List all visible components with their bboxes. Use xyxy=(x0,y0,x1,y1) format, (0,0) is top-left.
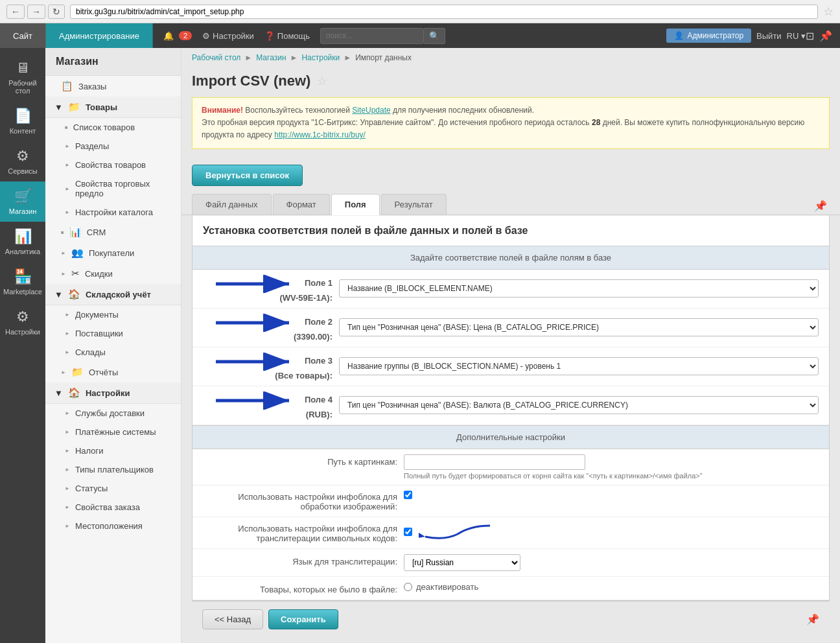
sidebar-title: Магазин xyxy=(45,48,181,76)
sidebar-item-analytics[interactable]: 📊 Аналитика xyxy=(0,222,45,262)
deactivate-radio[interactable] xyxy=(404,583,412,591)
mapping-header: Задайте соответствие полей в файле полям… xyxy=(192,246,829,270)
sidebar-item-taxes[interactable]: ► Налоги xyxy=(45,441,181,460)
sidebar-item-goods-list[interactable]: ■ Список товаров xyxy=(45,118,181,137)
exit-button[interactable]: Выйти xyxy=(751,31,787,41)
search-wrap: 🔍 xyxy=(320,28,445,44)
sidebar-item-statuses[interactable]: ► Статусы xyxy=(45,479,181,498)
sidebar-item-sections[interactable]: ► Разделы xyxy=(45,137,181,156)
notifications-button[interactable]: 🔔 2 xyxy=(163,31,192,41)
breadcrumb-settings[interactable]: Настройки xyxy=(301,53,340,62)
browser-nav[interactable]: ← → ↻ xyxy=(6,5,65,19)
sidebar-item-marketplace[interactable]: 🏪 Marketplace xyxy=(0,262,45,302)
field2-select[interactable]: Тип цен "Розничная цена" (BASE): Цена (B… xyxy=(339,318,819,336)
sidebar-item-docs[interactable]: ► Документы xyxy=(45,305,181,324)
bullet-icon: ► xyxy=(61,271,66,277)
save-button[interactable]: Сохранить xyxy=(268,609,338,629)
back-button-bottom[interactable]: << Назад xyxy=(202,609,263,629)
bullet-icon: ► xyxy=(61,250,66,256)
sidebar-item-settings[interactable]: ⚙ Настройки xyxy=(0,302,45,342)
site-update-link[interactable]: SiteUpdate xyxy=(352,106,390,115)
sidebar-section-settings[interactable]: ▼ 🏠 Настройки xyxy=(45,382,181,404)
analytics-icon: 📊 xyxy=(14,228,32,245)
sidebar-item-delivery[interactable]: ► Службы доставки xyxy=(45,404,181,423)
sidebar-item-payment[interactable]: ► Платёжные системы xyxy=(45,423,181,441)
back-button[interactable]: ← xyxy=(6,5,25,19)
use-iblock-trans-row: Использовать настройки инфоблока для тра… xyxy=(192,517,829,549)
breadcrumb-desktop[interactable]: Рабочий стол xyxy=(192,53,240,62)
sidebar-item-warehouses[interactable]: ► Склады xyxy=(45,343,181,362)
buy-link[interactable]: http://www.1c-bitrix.ru/buy/ xyxy=(274,130,366,139)
forward-button[interactable]: → xyxy=(27,5,45,19)
sidebar-item-services[interactable]: ⚙ Сервисы xyxy=(0,141,45,181)
sidebar-item-shop[interactable]: 🛒 Магазин xyxy=(0,181,45,222)
sidebar-item-orders[interactable]: 📋 Заказы xyxy=(45,76,181,97)
page-title-bar: Import CSV (new) ☆ xyxy=(181,67,840,97)
sidebar-item-catalog-settings[interactable]: ► Настройки каталога xyxy=(45,203,181,222)
breadcrumb-shop[interactable]: Магазин xyxy=(256,53,286,62)
cms-topbar: Сайт Администрирование 🔔 2 ⚙ Настройки ❓… xyxy=(0,23,840,48)
favorite-star-button[interactable]: ☆ xyxy=(317,74,327,88)
topbar-middle: 🔔 2 ⚙ Настройки ❓ Помощь 🔍 xyxy=(153,28,666,44)
warning-text2: для получения последних обновлений. xyxy=(393,106,534,115)
pin-icon: 📌 xyxy=(819,30,832,42)
sidebar-item-payer-types[interactable]: ► Типы плательщиков xyxy=(45,460,181,479)
admin-user-button[interactable]: 👤 Администратор xyxy=(666,29,752,43)
img-path-value: Полный путь будет формироваться от корня… xyxy=(404,454,819,480)
tab-pin-icon[interactable]: 📌 xyxy=(811,197,830,215)
sidebar-item-customers[interactable]: ► 👥 Покупатели xyxy=(45,242,181,263)
bottom-buttons-left: << Назад Сохранить xyxy=(202,609,338,629)
use-iblock-img-checkbox[interactable] xyxy=(404,491,412,499)
sidebar-item-content[interactable]: 📄 Контент xyxy=(0,101,45,141)
help-link[interactable]: ❓ Помощь xyxy=(264,31,310,41)
tab-result[interactable]: Результат xyxy=(381,194,447,215)
use-iblock-img-label: Использовать настройки инфоблока для обр… xyxy=(203,491,397,511)
warning-text3: Это пробная версия продукта "1С-Битрикс:… xyxy=(202,118,592,127)
sidebar-section-goods[interactable]: ▼ 📁 Товары xyxy=(45,97,181,118)
sidebar-item-desktop[interactable]: 🖥 Рабочий стол xyxy=(0,53,45,101)
language-selector[interactable]: RU ▾ xyxy=(787,31,806,41)
back-to-list-button[interactable]: Вернуться в список xyxy=(192,165,303,186)
search-input[interactable] xyxy=(320,28,424,44)
sidebar-item-trade-props[interactable]: ► Свойства торговых предло xyxy=(45,174,181,203)
sidebar-item-discounts[interactable]: ► ✂ Скидки xyxy=(45,263,181,284)
img-path-hint: Полный путь будет формироваться от корня… xyxy=(404,472,819,480)
site-tab[interactable]: Сайт xyxy=(0,23,46,48)
use-iblock-trans-checkbox[interactable] xyxy=(404,528,412,536)
bullet-icon: ► xyxy=(65,429,70,435)
warning-title: Внимание! xyxy=(202,106,243,115)
tab-format[interactable]: Формат xyxy=(273,194,330,215)
field3-select[interactable]: Название группы (B_IBLOCK_SECTION.NAME) … xyxy=(339,357,819,375)
bottom-buttons-bar: << Назад Сохранить 📌 xyxy=(192,601,830,637)
field2-label: Поле 2 (3390.00): xyxy=(203,314,332,342)
sidebar-item-reports[interactable]: ► 📁 Отчёты xyxy=(45,362,181,382)
warehouse-icon: 🏠 xyxy=(68,288,80,300)
bookmark-star-button[interactable]: ☆ xyxy=(823,5,834,19)
refresh-button[interactable]: ↻ xyxy=(48,5,65,19)
trans-lang-select[interactable]: [ru] Russian [en] English [de] German xyxy=(404,554,520,571)
sidebar-item-locations[interactable]: ► Местоположения xyxy=(45,517,181,535)
sidebar-item-suppliers[interactable]: ► Поставщики xyxy=(45,324,181,343)
tab-fields[interactable]: Поля xyxy=(331,194,380,215)
admin-tab[interactable]: Администрирование xyxy=(46,23,153,48)
sidebar-item-order-props[interactable]: ► Свойства заказа xyxy=(45,498,181,517)
bullet-icon: ► xyxy=(65,410,70,416)
sidebar-item-goods-props[interactable]: ► Свойства товаров xyxy=(45,156,181,174)
use-iblock-trans-label: Использовать настройки инфоблока для тра… xyxy=(203,522,397,543)
address-bar[interactable] xyxy=(70,5,818,19)
bottom-pin-icon[interactable]: 📌 xyxy=(806,613,819,625)
bell-icon: 🔔 xyxy=(163,31,174,41)
sidebar-section-warehouse[interactable]: ▼ 🏠 Складской учёт xyxy=(45,284,181,305)
settings-link[interactable]: ⚙ Настройки xyxy=(202,31,254,41)
breadcrumb-sep3: ► xyxy=(344,53,351,62)
desktop-icon: 🖥 xyxy=(16,60,30,76)
field4-select[interactable]: Тип цен "Розничная цена" (BASE): Валюта … xyxy=(339,396,819,414)
mapping-section: Задайте соответствие полей в файле полям… xyxy=(192,246,830,601)
bullet-icon: ► xyxy=(65,143,70,149)
tab-file[interactable]: Файл данных xyxy=(192,194,272,215)
trans-lang-row: Язык для транслитерации: [ru] Russian [e… xyxy=(192,549,829,577)
sidebar-item-crm[interactable]: ■ 📊 CRM xyxy=(45,222,181,242)
img-path-input[interactable] xyxy=(404,454,585,470)
field1-select[interactable]: Название (B_IBLOCK_ELEMENT.NAME) xyxy=(339,279,819,298)
search-button[interactable]: 🔍 xyxy=(424,28,445,44)
